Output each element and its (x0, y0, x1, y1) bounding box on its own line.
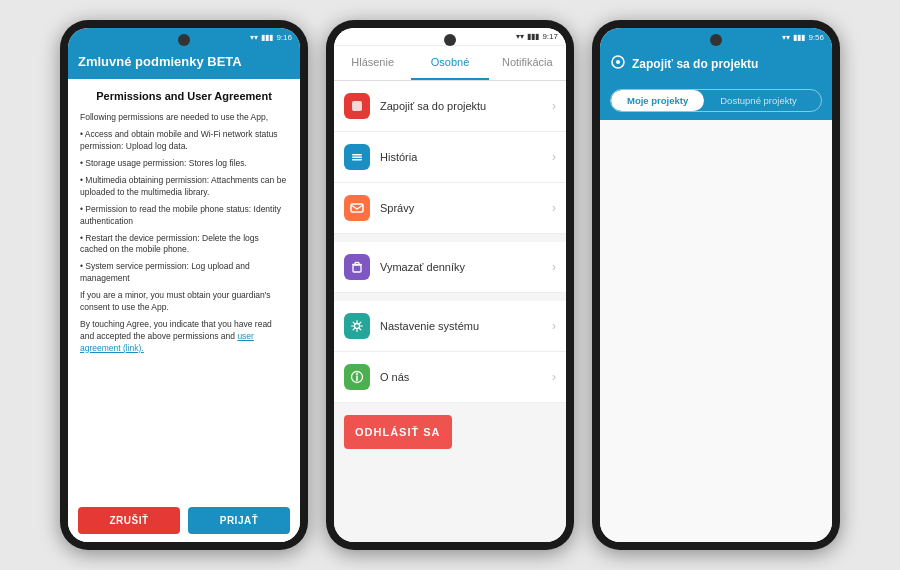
phone2-tabs: Hlásenie Osobné Notifikácia (334, 46, 566, 81)
svg-rect-3 (352, 159, 362, 161)
phone1-header: Zmluvné podmienky BETA (68, 46, 300, 79)
spravy-label: Správy (380, 202, 552, 214)
perm-agree: By touching Agree, you indicate that you… (80, 319, 288, 355)
phone-2: ▾▾ ▮▮▮ 9:17 Hlásenie Osobné Notifikácia … (326, 20, 574, 550)
chevron-icon-3: › (552, 260, 556, 274)
wifi-icon-2: ▾▾ (516, 32, 524, 41)
spravy-icon (344, 195, 370, 221)
battery-icon-1: ▮▮▮ (261, 33, 273, 42)
phone-3-screen: ▾▾ ▮▮▮ 9:56 Zapojiť sa do projektu Moje … (600, 28, 832, 542)
phone1-footer: ZRUŠIŤ PRIJAŤ (68, 499, 300, 542)
onas-label: O nás (380, 371, 552, 383)
perm-3: • Multimedia obtaining permission: Attac… (80, 175, 288, 199)
svg-rect-1 (352, 154, 362, 156)
perm-intro: Following permissions are needed to use … (80, 112, 288, 124)
svg-point-10 (355, 324, 360, 329)
nastavenie-icon (344, 313, 370, 339)
phone-2-screen: ▾▾ ▮▮▮ 9:17 Hlásenie Osobné Notifikácia … (334, 28, 566, 542)
tab-osobne[interactable]: Osobné (411, 46, 488, 80)
phone3-header: Zapojiť sa do projektu (600, 46, 832, 81)
perm-2: • Storage usage permission: Stores log f… (80, 158, 288, 170)
phone-1-screen: ▾▾ ▮▮▮ 9:16 Zmluvné podmienky BETA Permi… (68, 28, 300, 542)
time-2: 9:17 (542, 32, 558, 41)
accept-button[interactable]: PRIJAŤ (188, 507, 290, 534)
tab-hlasenie[interactable]: Hlásenie (334, 46, 411, 80)
phone3-content (600, 120, 832, 542)
phone-1: ▾▾ ▮▮▮ 9:16 Zmluvné podmienky BETA Permi… (60, 20, 308, 550)
svg-point-13 (356, 373, 358, 375)
time-1: 9:16 (276, 33, 292, 42)
nastavenie-label: Nastavenie systému (380, 320, 552, 332)
project-icon (344, 93, 370, 119)
phone3-header-title: Zapojiť sa do projektu (632, 57, 758, 71)
menu-gap-1 (334, 234, 566, 242)
svg-point-15 (616, 60, 620, 64)
time-3: 9:56 (808, 33, 824, 42)
logout-button[interactable]: ODHLÁSIŤ SA (344, 415, 452, 449)
project-toggle: Moje projekty Dostupné projekty (610, 89, 822, 112)
menu-item-historia[interactable]: História › (334, 132, 566, 183)
menu-item-nastavenie[interactable]: Nastavenie systému › (334, 301, 566, 352)
menu-gap-2 (334, 293, 566, 301)
onas-icon (344, 364, 370, 390)
toggle-available-projects[interactable]: Dostupné projekty (704, 90, 813, 111)
wifi-icon-1: ▾▾ (250, 33, 258, 42)
toggle-container: Moje projekty Dostupné projekty (600, 81, 832, 120)
battery-icon-3: ▮▮▮ (793, 33, 805, 42)
chevron-icon-1: › (552, 150, 556, 164)
vymazat-label: Vymazať denníky (380, 261, 552, 273)
svg-rect-5 (353, 265, 361, 272)
menu-item-project[interactable]: Zapojiť sa do projektu › (334, 81, 566, 132)
phone-notch-2 (444, 34, 456, 46)
menu-item-vymazat[interactable]: Vymazať denníky › (334, 242, 566, 293)
tab-notifikacia[interactable]: Notifikácia (489, 46, 566, 80)
svg-rect-0 (352, 101, 362, 111)
phone-notch-1 (178, 34, 190, 46)
perm-minor: If you are a minor, you must obtain your… (80, 290, 288, 314)
historia-label: História (380, 151, 552, 163)
chevron-icon-2: › (552, 201, 556, 215)
phone1-content: Permissions and User Agreement Following… (68, 79, 300, 499)
perm-4: • Permission to read the mobile phone st… (80, 204, 288, 228)
permissions-title: Permissions and User Agreement (80, 89, 288, 104)
phone-notch-3 (710, 34, 722, 46)
perm-1: • Access and obtain mobile and Wi-Fi net… (80, 129, 288, 153)
menu-item-onas[interactable]: O nás › (334, 352, 566, 403)
perm-6: • System service permission: Log upload … (80, 261, 288, 285)
svg-rect-4 (351, 204, 363, 212)
svg-rect-2 (352, 157, 362, 159)
chevron-icon-4: › (552, 319, 556, 333)
toggle-my-projects[interactable]: Moje projekty (611, 90, 704, 111)
menu-item-spravy[interactable]: Správy › (334, 183, 566, 234)
phone1-header-title: Zmluvné podmienky BETA (78, 54, 242, 69)
phones-container: ▾▾ ▮▮▮ 9:16 Zmluvné podmienky BETA Permi… (50, 10, 850, 560)
phone-3: ▾▾ ▮▮▮ 9:56 Zapojiť sa do projektu Moje … (592, 20, 840, 550)
vymazat-icon (344, 254, 370, 280)
battery-icon-2: ▮▮▮ (527, 32, 539, 41)
phone3-header-icon (610, 54, 626, 73)
perm-5: • Restart the device permission: Delete … (80, 233, 288, 257)
project-label: Zapojiť sa do projektu (380, 100, 552, 112)
chevron-icon-5: › (552, 370, 556, 384)
historia-icon (344, 144, 370, 170)
menu-list: Zapojiť sa do projektu › História › Sprá… (334, 81, 566, 542)
wifi-icon-3: ▾▾ (782, 33, 790, 42)
chevron-icon-0: › (552, 99, 556, 113)
cancel-button[interactable]: ZRUŠIŤ (78, 507, 180, 534)
